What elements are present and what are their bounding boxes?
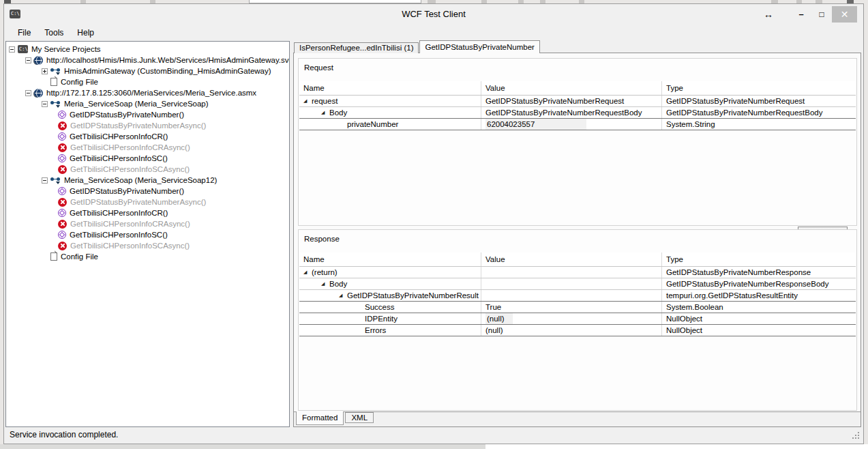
tree-item-method[interactable]: GetTbilisiCHPersonInfoSC() <box>6 153 289 164</box>
tree-item-root[interactable]: My Service Projects <box>6 44 289 55</box>
column-header-name[interactable]: Name <box>299 81 481 95</box>
value-edit-field[interactable]: 62004023557 <box>485 119 586 130</box>
tree-item-method-disabled[interactable]: GetTbilisiCHPersonInfoCRAsync() <box>6 218 289 229</box>
menu-tools[interactable]: Tools <box>38 25 70 41</box>
cell-value: (null) <box>481 325 661 336</box>
column-header-name[interactable]: Name <box>299 252 481 266</box>
service-tree-panel: My Service Projects http://localhost/Hmi… <box>5 41 290 427</box>
tree-item-method[interactable]: GetTbilisiCHPersonInfoCR() <box>6 207 289 218</box>
tree-item-label: GetTbilisiCHPersonInfoCRAsync() <box>70 220 190 228</box>
close-button[interactable]: ✕ <box>832 6 857 23</box>
tree-item-method-disabled[interactable]: GetTbilisiCHPersonInfoCRAsync() <box>6 142 289 153</box>
method-icon <box>58 209 66 217</box>
tree-item-method[interactable]: GetTbilisiCHPersonInfoSC() <box>6 229 289 240</box>
cell-value: (null) <box>485 313 513 324</box>
response-row[interactable]: Body GetIDPStatusByPrivateNumberResponse… <box>299 278 856 290</box>
tree-item-service-url[interactable]: http://172.17.8.125:3060/MeriaServices/M… <box>6 87 289 98</box>
expand-toggle-icon[interactable] <box>42 68 48 74</box>
tab-ispersonrefugee[interactable]: IsPersonRefugee...edInTbilisi (1) <box>294 42 419 53</box>
response-row[interactable]: Success True System.Boolean <box>299 302 856 313</box>
tree-item-config-file[interactable]: Config File <box>6 251 289 262</box>
titlebar[interactable]: WCF Test Client ↔ – □ ✕ <box>4 4 863 24</box>
tree-item-label: GetIDPStatusByPrivateNumberAsync() <box>70 121 206 130</box>
web-service-icon <box>34 89 43 98</box>
tab-getidpstatusbyprivatenumber[interactable]: GetIDPStatusByPrivateNumber <box>419 40 539 53</box>
expand-arrow-icon[interactable] <box>303 267 312 278</box>
tree-item-endpoint[interactable]: Meria_ServiceSoap (Meria_ServiceSoap12) <box>6 175 289 186</box>
tree-item-endpoint[interactable]: HmisAdminGateway (CustomBinding_HmisAdmi… <box>6 66 289 76</box>
tree-item-config-file[interactable]: Config File <box>6 76 289 87</box>
response-row[interactable]: GetIDPStatusByPrivateNumberResult tempur… <box>299 290 856 302</box>
request-row[interactable]: privateNumber 62004023557 System.String <box>299 119 856 130</box>
resize-arrows-icon: ↔ <box>758 6 779 23</box>
operation-tabstrip: IsPersonRefugee...edInTbilisi (1) GetIDP… <box>294 41 541 53</box>
cell-value: GetIDPStatusByPrivateNumberRequest <box>481 96 661 106</box>
tree-item-label: http://localhost/Hmis/Hmis.Junk.Web/Serv… <box>46 56 290 64</box>
cell-name: (return) <box>312 268 338 276</box>
tree-item-label: GetTbilisiCHPersonInfoSCAsync() <box>70 242 190 250</box>
cell-name: privateNumber <box>339 119 398 130</box>
tree-item-method[interactable]: GetIDPStatusByPrivateNumber() <box>6 186 289 197</box>
tree-item-method[interactable]: GetIDPStatusByPrivateNumber() <box>6 109 289 120</box>
tree-item-method[interactable]: GetTbilisiCHPersonInfoCR() <box>6 131 289 142</box>
tree-item-label: Config File <box>61 252 98 261</box>
error-icon <box>58 121 67 130</box>
tree-item-endpoint[interactable]: Meria_ServiceSoap (Meria_ServiceSoap) <box>6 98 289 109</box>
tree-item-service-url[interactable]: http://localhost/Hmis/Hmis.Junk.Web/Serv… <box>6 55 289 66</box>
response-grid: Name Value Type (return) GetIDPStatusByP… <box>299 252 856 336</box>
error-icon <box>58 220 67 229</box>
expand-arrow-icon[interactable] <box>321 278 329 289</box>
response-row[interactable]: (return) GetIDPStatusByPrivateNumberResp… <box>299 267 856 278</box>
method-icon <box>58 132 66 141</box>
tree-item-label: GetIDPStatusByPrivateNumberAsync() <box>70 198 206 206</box>
request-row[interactable]: Body GetIDPStatusByPrivateNumberRequestB… <box>299 107 856 119</box>
cell-type: tempuri.org.GetIDPStatusResultEntity <box>661 290 856 301</box>
tree-item-method-disabled[interactable]: GetTbilisiCHPersonInfoSCAsync() <box>6 240 289 251</box>
collapse-toggle-icon[interactable] <box>25 57 31 63</box>
method-icon <box>58 231 66 239</box>
column-header-type[interactable]: Type <box>661 252 856 266</box>
endpoint-icon <box>50 176 61 184</box>
expand-arrow-icon[interactable] <box>303 96 312 106</box>
collapse-toggle-icon[interactable] <box>25 90 31 96</box>
expand-arrow-icon[interactable] <box>321 107 329 118</box>
cell-type: GetIDPStatusByPrivateNumberResponseBody <box>661 278 856 289</box>
tree-item-label: GetIDPStatusByPrivateNumber() <box>70 111 184 119</box>
tab-content: Request Name Value Type request GetIDPSt… <box>293 53 861 427</box>
tree-item-label: http://172.17.8.125:3060/MeriaServices/M… <box>46 89 256 97</box>
request-groupbox: Request Name Value Type request GetIDPSt… <box>298 58 857 226</box>
column-header-value[interactable]: Value <box>481 252 661 266</box>
tree-item-label: GetTbilisiCHPersonInfoSCAsync() <box>70 165 190 173</box>
menu-file[interactable]: File <box>11 25 38 41</box>
response-row[interactable]: Errors (null) NullObject <box>299 325 856 336</box>
tree-item-method-disabled[interactable]: GetTbilisiCHPersonInfoSCAsync() <box>6 164 289 175</box>
column-header-value[interactable]: Value <box>481 81 661 95</box>
cell-value <box>481 278 661 289</box>
tab-formatted[interactable]: Formatted <box>296 411 344 425</box>
minimize-button[interactable]: – <box>791 6 811 23</box>
response-row[interactable]: IDPEntity (null) NullObject <box>299 313 856 325</box>
collapse-toggle-icon[interactable] <box>42 177 48 184</box>
request-row[interactable]: request GetIDPStatusByPrivateNumberReque… <box>299 96 856 107</box>
cell-name: Errors <box>357 325 386 336</box>
resize-grip[interactable] <box>852 431 860 439</box>
collapse-toggle-icon[interactable] <box>9 46 15 53</box>
tree-item-method-disabled[interactable]: GetIDPStatusByPrivateNumberAsync() <box>6 197 289 207</box>
maximize-button[interactable]: □ <box>811 6 832 23</box>
column-header-type[interactable]: Type <box>661 81 856 95</box>
statusbar: Service invocation completed. <box>4 427 863 444</box>
endpoint-icon <box>50 100 61 108</box>
request-grid: Name Value Type request GetIDPStatusByPr… <box>299 81 856 130</box>
tree-item-method-disabled[interactable]: GetIDPStatusByPrivateNumberAsync() <box>6 120 289 131</box>
menu-help[interactable]: Help <box>70 25 101 41</box>
tree-item-label: Config File <box>61 78 98 86</box>
collapse-toggle-icon[interactable] <box>42 101 48 107</box>
cell-type: GetIDPStatusByPrivateNumberRequestBody <box>661 107 856 118</box>
cell-name: Success <box>357 302 394 313</box>
tab-xml[interactable]: XML <box>345 412 374 423</box>
config-file-icon <box>50 78 57 86</box>
cell-name: Body <box>329 108 347 117</box>
expand-arrow-icon[interactable] <box>339 290 347 301</box>
method-icon <box>58 154 66 162</box>
cell-name: Body <box>329 280 347 288</box>
